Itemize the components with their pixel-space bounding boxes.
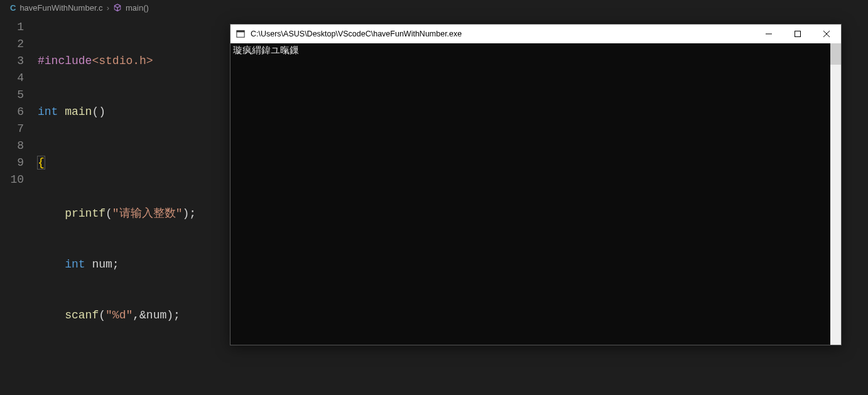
console-title: C:\Users\ASUS\Desktop\VScodeC\haveFunWit… [251,30,754,38]
code-line: int num; [38,256,196,273]
breadcrumb-file[interactable]: haveFunWithNumber.c [19,3,102,13]
code-line: int main() [38,104,196,121]
console-titlebar[interactable]: C:\Users\ASUS\Desktop\VScodeC\haveFunWit… [231,24,841,43]
console-app-icon [236,29,246,39]
maximize-button[interactable] [783,24,812,43]
scrollbar-thumb[interactable] [830,43,841,65]
code-line [38,358,196,375]
console-body[interactable]: 璇疯緭鍏ユ暣鏁 ▾ [231,43,841,345]
svg-rect-1 [237,31,244,33]
code-line: #include<stdio.h> [38,53,196,70]
line-number: 5 [0,87,24,104]
line-number-gutter: 1 2 3 4 5 6 7 8 9 10 [0,15,38,395]
window-controls [754,24,841,43]
code-line: { [38,154,196,171]
line-number: 4 [0,70,24,87]
close-button[interactable] [812,24,841,43]
code-line: printf("请输入整数"); [38,205,196,222]
breadcrumb: C haveFunWithNumber.c › main() [0,0,868,15]
line-number: 2 [0,36,24,53]
code-content[interactable]: #include<stdio.h> int main() { printf("请… [38,15,196,395]
svg-rect-3 [795,31,801,37]
line-number: 6 [0,104,24,121]
chevron-right-icon: › [107,3,109,13]
console-window[interactable]: C:\Users\ASUS\Desktop\VScodeC\haveFunWit… [230,24,842,345]
minimize-button[interactable] [754,24,783,43]
line-number: 7 [0,121,24,138]
symbol-method-icon [113,3,122,12]
resize-grip[interactable] [830,334,841,345]
line-number: 8 [0,138,24,154]
line-number: 10 [0,171,24,188]
console-output: 璇疯緭鍏ユ暣鏁 [231,43,830,345]
code-line: scanf("%d",&num); [38,307,196,324]
breadcrumb-symbol[interactable]: main() [126,3,149,13]
line-number: 1 [0,19,24,36]
console-scrollbar[interactable]: ▾ [830,43,841,345]
line-number: 9 [0,154,24,171]
line-number: 3 [0,53,24,70]
c-file-icon: C [10,3,16,13]
